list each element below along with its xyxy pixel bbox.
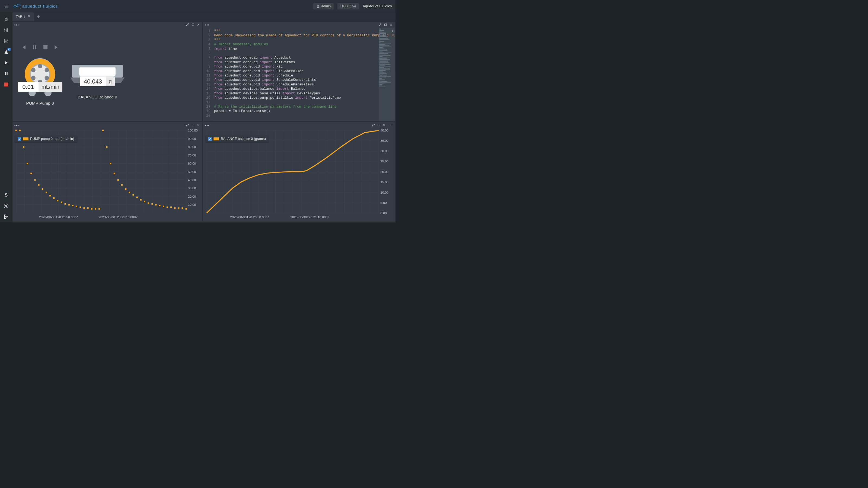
svg-rect-77 [27, 163, 28, 164]
brand-text-1: aqueduct [22, 4, 41, 9]
flask-icon[interactable]: C [3, 48, 9, 55]
svg-rect-118 [182, 207, 183, 209]
svg-rect-95 [95, 208, 96, 209]
legend-checkbox[interactable] [208, 137, 212, 141]
svg-rect-92 [83, 207, 85, 209]
svg-rect-83 [50, 195, 51, 196]
play-icon[interactable] [3, 60, 9, 66]
user-pill[interactable]: admin [313, 3, 334, 9]
svg-text:5.00: 5.00 [380, 201, 387, 205]
svg-rect-100 [114, 173, 115, 174]
stop-control-icon[interactable] [41, 43, 50, 51]
pump-chart-legend[interactable]: PUMP pump 0 rate (mL/min) [15, 135, 77, 142]
brand-right-text: Aqueduct Fluidics [363, 4, 392, 8]
svg-text:80.00: 80.00 [188, 145, 196, 149]
svg-rect-1 [17, 4, 20, 6]
chart-icon[interactable] [3, 38, 9, 44]
svg-rect-90 [76, 206, 77, 207]
svg-point-8 [6, 30, 7, 31]
svg-rect-29 [384, 24, 386, 26]
tab-1[interactable]: TAB 1 [12, 12, 34, 21]
panel-menu-icon[interactable]: ••• [205, 123, 210, 127]
svg-rect-117 [178, 207, 179, 209]
svg-rect-13 [192, 24, 194, 26]
brand-text-2: fluidics [43, 4, 58, 9]
svg-rect-85 [57, 200, 58, 201]
expand-icon[interactable] [372, 123, 375, 127]
add-icon[interactable] [389, 123, 393, 127]
code-minimap[interactable] [379, 28, 395, 121]
tab-close-icon[interactable] [27, 14, 31, 19]
svg-text:60.00: 60.00 [188, 162, 196, 165]
svg-rect-106 [136, 197, 137, 198]
close-icon[interactable] [197, 23, 200, 27]
svg-rect-84 [53, 197, 55, 199]
svg-rect-30 [192, 124, 194, 126]
maximize-icon[interactable] [191, 23, 195, 27]
robot-icon[interactable] [3, 16, 9, 23]
svg-rect-4 [5, 18, 8, 21]
svg-text:2023-08-30T20:20:50.000Z: 2023-08-30T20:20:50.000Z [230, 215, 269, 219]
svg-point-20 [44, 68, 49, 72]
svg-rect-76 [23, 146, 24, 148]
sliders-icon[interactable] [3, 27, 9, 33]
svg-rect-107 [140, 199, 141, 200]
pump-device: 0.01 mL/min PUMP Pump 0 [20, 43, 60, 105]
maximize-icon[interactable] [191, 123, 195, 127]
svg-rect-87 [65, 203, 66, 204]
code-editor[interactable]: 1234567891011121314151617181920 """Demo … [203, 28, 395, 121]
user-label: admin [321, 4, 331, 8]
left-sidebar: C S [0, 12, 12, 223]
panel-menu-icon[interactable]: ••• [14, 123, 19, 127]
pump-chart-panel: ••• 10.0020.0030.0040.0050.0060.0070.008… [12, 122, 203, 222]
flask-badge: C [8, 48, 10, 51]
panel-menu-icon[interactable]: ••• [205, 23, 210, 27]
expand-icon[interactable] [186, 23, 190, 27]
tab-label: TAB 1 [16, 14, 25, 19]
svg-point-24 [31, 68, 35, 72]
legend-checkbox[interactable] [18, 137, 22, 141]
s-icon[interactable]: S [3, 192, 9, 198]
close-icon[interactable] [389, 23, 393, 27]
code-add-button[interactable] [390, 29, 395, 33]
brand-logo: aqueduct fluidics [13, 3, 58, 9]
svg-point-23 [31, 76, 35, 80]
pump-unit: mL/min [38, 82, 62, 92]
panel-menu-icon[interactable]: ••• [14, 23, 19, 27]
rewind-icon[interactable] [20, 43, 28, 51]
svg-rect-94 [91, 208, 92, 209]
svg-point-5 [5, 19, 6, 20]
expand-icon[interactable] [186, 123, 190, 127]
pause-control-icon[interactable] [31, 43, 38, 51]
svg-rect-15 [35, 45, 36, 50]
hub-number: 154 [350, 4, 356, 8]
svg-rect-97 [102, 130, 104, 131]
logout-icon[interactable] [3, 214, 9, 220]
maximize-icon[interactable] [377, 123, 381, 127]
pause-icon[interactable] [3, 70, 9, 77]
svg-text:2023-08-30T20:21:10.000Z: 2023-08-30T20:21:10.000Z [290, 215, 330, 219]
hamburger-menu[interactable] [4, 3, 10, 9]
svg-rect-75 [19, 130, 20, 131]
svg-rect-102 [121, 184, 123, 186]
close-icon[interactable] [382, 123, 386, 127]
close-icon[interactable] [197, 123, 200, 127]
maximize-icon[interactable] [383, 23, 388, 27]
balance-chart-legend[interactable]: BALANCE balance 0 (grams) [206, 135, 269, 142]
svg-point-21 [44, 76, 49, 80]
svg-rect-10 [5, 72, 6, 75]
gear-icon[interactable] [3, 202, 9, 209]
svg-text:40.00: 40.00 [380, 129, 389, 132]
tab-add-button[interactable] [34, 12, 43, 21]
stop-icon[interactable] [3, 82, 9, 88]
hub-pill[interactable]: HUB 154 [337, 3, 359, 9]
svg-rect-81 [42, 188, 43, 190]
svg-text:35.00: 35.00 [380, 139, 389, 142]
balance-device: 40.043 g BALANCE Balance 0 [70, 63, 125, 99]
svg-rect-0 [14, 6, 17, 7]
code-panel: ••• 1234567891011121314151617181920 """D… [203, 22, 395, 121]
svg-text:30.00: 30.00 [188, 186, 196, 190]
svg-rect-16 [43, 45, 48, 50]
forward-icon[interactable] [52, 43, 60, 51]
expand-icon[interactable] [378, 23, 382, 27]
